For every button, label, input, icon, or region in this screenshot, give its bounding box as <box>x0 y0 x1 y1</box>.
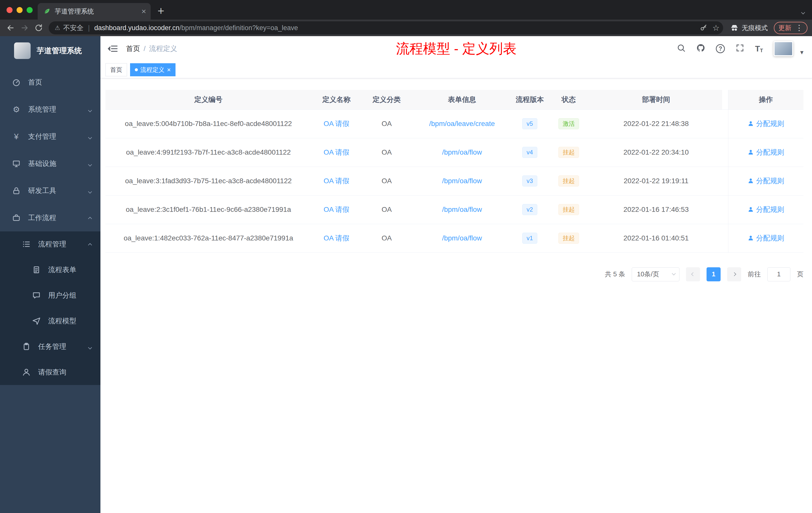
goto-label: 前往 <box>748 270 761 279</box>
content: 定义编号 定义名称 定义分类 表单信息 流程版本 状态 部署时间 操作 oa_l… <box>100 78 812 513</box>
deploy-time: 2022-01-22 21:48:38 <box>590 110 722 138</box>
navbar-actions: ? TT ▾ <box>677 41 804 56</box>
sidebar-item-process-mgmt[interactable]: 流程管理 <box>0 232 100 257</box>
form-info-link[interactable]: /bpm/oa/flow <box>442 148 482 156</box>
current-page-button[interactable]: 1 <box>706 267 721 281</box>
reload-icon[interactable] <box>33 22 45 34</box>
logo-title: 芋道管理系统 <box>37 46 82 56</box>
col-definition-category: 定义分类 <box>361 90 412 110</box>
tag-process-definition[interactable]: 流程定义 × <box>130 63 175 76</box>
user-avatar[interactable] <box>774 41 793 56</box>
sidebar-item-devtools[interactable]: 研发工具 <box>0 177 100 204</box>
sidebar-logo[interactable]: 芋道管理系统 <box>0 36 100 65</box>
browser-tab[interactable]: 芋道管理系统 × <box>38 3 151 20</box>
page-size-select[interactable]: 10条/页 <box>632 267 679 281</box>
version-badge: v1 <box>522 233 537 244</box>
tag-home[interactable]: 首页 <box>106 63 127 76</box>
form-info-link[interactable]: /bpm/oa/flow <box>442 177 482 185</box>
main-area: 首页 / 流程定义 流程模型 - 定义列表 ? TT ▾ 首页 流程定义 <box>100 36 812 513</box>
form-info-link[interactable]: /bpm/oa/leave/create <box>429 120 495 127</box>
font-size-icon[interactable]: TT <box>755 44 763 54</box>
definition-name-link[interactable]: OA 请假 <box>324 206 349 213</box>
definition-name-link[interactable]: OA 请假 <box>324 177 349 185</box>
page-unit-label: 页 <box>797 270 804 279</box>
assign-rule-button[interactable]: 分配规则 <box>748 233 784 243</box>
logo-avatar <box>14 42 31 59</box>
minimize-window-button[interactable] <box>17 7 23 13</box>
sidebar-item-process-model[interactable]: 流程模型 <box>0 308 100 334</box>
bookmark-star-icon[interactable]: ☆ <box>712 23 720 33</box>
hamburger-icon[interactable] <box>107 43 118 55</box>
table-row: oa_leave:2:3c1f0ef1-76b1-11ec-9c66-a2380… <box>106 195 804 224</box>
status-badge: 挂起 <box>558 175 579 187</box>
sidebar-item-infra[interactable]: 基础设施 <box>0 150 100 177</box>
assign-rule-button[interactable]: 分配规则 <box>748 148 784 157</box>
github-icon[interactable] <box>696 43 705 54</box>
next-page-button[interactable] <box>727 267 741 281</box>
sidebar-item-leave-query[interactable]: 请假查询 <box>0 359 100 385</box>
version-badge: v2 <box>522 204 537 215</box>
table-row: oa_leave:3:1fad3d93-7b75-11ec-a3c8-acde4… <box>106 167 804 195</box>
forward-icon[interactable] <box>19 22 31 34</box>
assign-rule-button[interactable]: 分配规则 <box>748 176 784 186</box>
definition-id: oa_leave:4:991f2193-7b7f-11ec-a3c8-acde4… <box>106 138 311 167</box>
assign-rule-button[interactable]: 分配规则 <box>748 119 784 128</box>
col-deploy-time: 部署时间 <box>590 90 722 110</box>
definition-name-link[interactable]: OA 请假 <box>324 120 349 127</box>
favicon-leaf-icon <box>43 7 51 15</box>
avatar-caret-icon[interactable]: ▾ <box>800 49 804 56</box>
prev-page-button[interactable] <box>686 267 700 281</box>
browser-menu-kebab-icon[interactable]: ⋮ <box>795 24 803 32</box>
help-icon[interactable]: ? <box>716 44 725 53</box>
browser-update-button[interactable]: 更新 ⋮ <box>774 22 808 34</box>
pagination-total: 共 5 条 <box>605 270 625 279</box>
col-gap <box>722 90 728 110</box>
password-key-icon[interactable] <box>700 24 707 32</box>
sidebar-item-task-mgmt[interactable]: 任务管理 <box>0 334 100 359</box>
person-icon <box>748 206 754 213</box>
maximize-window-button[interactable] <box>27 7 33 13</box>
col-status: 状态 <box>547 90 590 110</box>
select-chevron-icon <box>672 272 676 276</box>
definition-name-link[interactable]: OA 请假 <box>324 234 349 242</box>
goto-page-input[interactable] <box>767 267 790 281</box>
new-tab-button[interactable]: + <box>154 4 168 18</box>
sidebar-item-process-form[interactable]: 流程表单 <box>0 257 100 282</box>
status-badge: 激活 <box>558 118 579 129</box>
assign-rule-button[interactable]: 分配规则 <box>748 205 784 214</box>
form-info-link[interactable]: /bpm/oa/flow <box>442 234 482 242</box>
sidebar-item-system[interactable]: ⚙ 系统管理 <box>0 96 100 123</box>
page-url: dashboard.yudao.iocoder.cn/bpm/manager/d… <box>94 24 695 32</box>
tab-search-chevron-icon[interactable] <box>802 7 805 16</box>
tag-close-icon[interactable]: × <box>167 66 171 73</box>
person-icon <box>748 235 754 241</box>
chevron-down-icon <box>89 160 91 168</box>
col-form-info: 表单信息 <box>412 90 512 110</box>
active-tag-dot <box>135 68 138 71</box>
fullscreen-icon[interactable] <box>735 43 745 54</box>
sidebar-item-workflow[interactable]: 工作流程 <box>0 204 100 232</box>
briefcase-icon <box>11 213 22 223</box>
col-definition-id: 定义编号 <box>106 90 311 110</box>
sidebar: 芋道管理系统 首页 ⚙ 系统管理 ¥ 支付管理 基础设施 <box>0 36 100 513</box>
chevron-down-icon <box>89 187 91 195</box>
sidebar-item-user-group[interactable]: 用户分组 <box>0 282 100 308</box>
close-window-button[interactable] <box>6 7 12 13</box>
chevron-down-icon <box>89 105 91 114</box>
sidebar-item-home[interactable]: 首页 <box>0 69 100 96</box>
deploy-time: 2022-01-22 19:19:11 <box>590 167 722 195</box>
sidebar-item-payment[interactable]: ¥ 支付管理 <box>0 123 100 150</box>
form-info-link[interactable]: /bpm/oa/flow <box>442 206 482 213</box>
tab-close-icon[interactable]: × <box>141 7 146 15</box>
definition-id: oa_leave:2:3c1f0ef1-76b1-11ec-9c66-a2380… <box>106 195 311 224</box>
chevron-up-icon <box>89 214 91 222</box>
search-icon[interactable] <box>677 43 686 54</box>
address-bar[interactable]: ⚠ 不安全 | dashboard.yudao.iocoder.cn/bpm/m… <box>49 21 723 34</box>
lock-icon <box>11 185 22 196</box>
breadcrumb-home[interactable]: 首页 <box>126 44 140 54</box>
version-badge: v3 <box>522 175 537 187</box>
monitor-icon <box>11 158 22 169</box>
chat-icon <box>31 290 42 301</box>
back-icon[interactable] <box>4 22 17 34</box>
definition-name-link[interactable]: OA 请假 <box>324 148 349 156</box>
